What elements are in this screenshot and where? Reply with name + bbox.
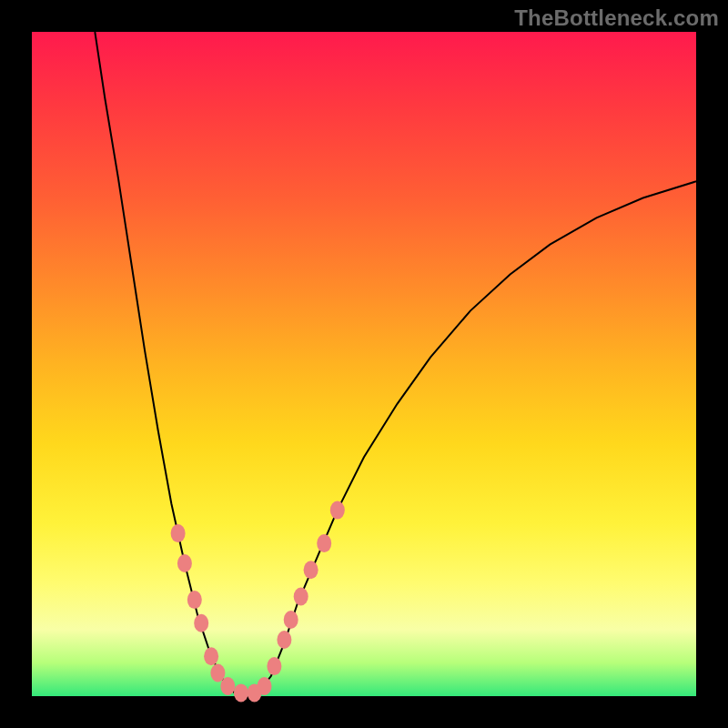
data-marker bbox=[177, 554, 192, 572]
watermark-text: TheBottleneck.com bbox=[514, 5, 719, 31]
data-marker bbox=[234, 683, 248, 702]
data-marker bbox=[210, 664, 225, 682]
bottleneck-curve bbox=[95, 32, 696, 693]
data-marker bbox=[220, 677, 235, 695]
data-marker bbox=[317, 534, 331, 552]
data-marker bbox=[284, 611, 298, 629]
data-marker bbox=[277, 631, 291, 649]
data-marker bbox=[267, 657, 281, 675]
data-marker bbox=[330, 501, 345, 520]
data-marker bbox=[194, 614, 208, 632]
data-marker bbox=[304, 561, 318, 579]
data-marker bbox=[204, 647, 218, 665]
data-marker bbox=[294, 588, 308, 606]
bottleneck-curve-svg bbox=[32, 32, 696, 696]
data-marker bbox=[171, 524, 186, 542]
data-marker bbox=[258, 677, 272, 695]
marker-group bbox=[171, 501, 345, 703]
chart-frame: TheBottleneck.com bbox=[0, 0, 728, 728]
data-marker bbox=[187, 591, 202, 609]
plot-area bbox=[32, 32, 696, 696]
